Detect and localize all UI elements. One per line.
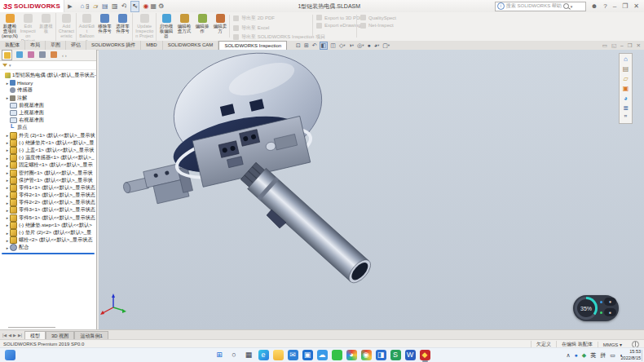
app-blue-icon[interactable]: ◨ <box>376 350 386 360</box>
tree-item[interactable]: 上视基准面 <box>0 109 96 117</box>
tree-item[interactable]: ▸ 螺栓<2> (默认<<默认>_显示状态 <box>0 236 96 244</box>
tree-item[interactable]: 原点 <box>0 124 96 131</box>
document-window-button[interactable]: ▭ <box>602 41 607 50</box>
tree-item[interactable]: ▸ 密封圈<1> (默认<<默认>_显示状 <box>0 169 96 176</box>
design-library-icon[interactable]: ▤ <box>623 65 629 73</box>
mail-icon[interactable]: ✉ <box>288 350 298 360</box>
file-properties-icon[interactable]: ▦ <box>151 2 155 11</box>
tree-item[interactable]: 前视基准面 <box>0 102 96 109</box>
command-tab[interactable]: SOLIDWORKS CAM <box>163 41 219 50</box>
tree-item[interactable]: ▸ (-) 垫片 (2)<2> (默认<<默认>_显 <box>0 229 96 236</box>
file-explorer-icon[interactable] <box>273 350 284 360</box>
wechat-icon[interactable] <box>332 350 342 360</box>
view-palette-icon[interactable]: ▣ <box>623 85 629 92</box>
ribbon-button[interactable]: 选择零件序号 <box>114 13 133 43</box>
restore-button[interactable]: ❐ <box>622 2 628 10</box>
clock[interactable]: 15:53 2022/8/15 <box>621 349 641 361</box>
edge-icon[interactable]: e <box>258 350 269 360</box>
export-menu-item[interactable]: Net-Inspect <box>360 23 396 29</box>
open-icon[interactable]: ▱▾ <box>93 2 98 11</box>
command-tab[interactable]: 装配体 <box>0 41 25 50</box>
start-button[interactable]: ⊞ <box>214 350 225 360</box>
ribbon-button[interactable]: 移除零件序号 <box>96 13 112 43</box>
ime-pinyin-indicator[interactable]: 拼 <box>600 350 606 360</box>
forum-icon[interactable]: ❞ <box>624 114 627 121</box>
login-user-icon[interactable]: ☻ <box>591 2 598 10</box>
view-settings-icon[interactable]: ▢▾ <box>382 42 390 49</box>
configurationmanager-tab[interactable] <box>26 50 35 59</box>
propertymanager-tab[interactable] <box>15 50 24 59</box>
tree-filter[interactable]: ▾ <box>0 61 96 70</box>
browser-colorful-icon[interactable]: ◕ <box>346 350 357 360</box>
document-window-button[interactable]: ✕ <box>637 41 641 50</box>
document-window-button[interactable]: – <box>620 41 624 50</box>
tab-overflow-chevrons[interactable]: ‹ › <box>62 53 67 58</box>
ime-mode-indicator[interactable]: 英 <box>590 350 596 360</box>
close-button[interactable]: ✕ <box>633 2 639 10</box>
tree-item[interactable]: ▸ 零件2<2> (默认<<默认>_显示状态 <box>0 199 96 206</box>
search-icon[interactable] <box>563 3 569 9</box>
home-icon[interactable]: ⌂ <box>81 2 82 11</box>
ribbon-button[interactable]: 新建检查项目(amp;N) <box>2 13 18 43</box>
tray-expand-icon[interactable]: ∧ <box>566 350 570 360</box>
tree-item[interactable]: ▸ 零件2<1> (默认<<默认>_显示状态 <box>0 192 96 199</box>
home-tab-icon[interactable]: ⌂ <box>624 55 628 63</box>
ribbon-button[interactable]: 编辑检查方式 <box>176 13 192 43</box>
zoom-to-fit-icon[interactable]: ⊡ <box>295 42 302 49</box>
tree-item[interactable]: ▸ History <box>0 79 96 86</box>
featuremanager-tab[interactable] <box>2 50 12 60</box>
search-button[interactable]: ○ <box>229 350 240 360</box>
options-icon[interactable]: ⚙▾ <box>158 2 164 11</box>
ribbon-button[interactable]: 启动模板编辑器 <box>158 13 174 43</box>
command-tab[interactable]: SOLIDWORKS 插件 <box>86 41 141 50</box>
dynamic-annotation-views-icon[interactable]: ◫ <box>329 42 337 49</box>
tree-item[interactable]: ▸ 固定螺栓<1> (默认<<默认>_显示 <box>0 161 96 169</box>
command-tab[interactable]: SOLIDWORKS Inspection <box>218 41 287 50</box>
ribbon-button[interactable]: 新建模板 <box>37 13 56 43</box>
screen-recorder-overlay[interactable]: 35% ⏺ ⏹ <box>573 295 619 321</box>
tree-item[interactable]: ▸ 零件3<1> (默认<<默认>_显示状态 <box>0 206 96 214</box>
export-menu-item[interactable]: QualitySpect <box>360 15 396 20</box>
new-document-icon[interactable]: ▯▾ <box>86 2 89 11</box>
tree-item[interactable]: ▸ 外壳 (2)<1> (默认<<默认>_显示状 <box>0 132 96 139</box>
command-tab[interactable]: 评估 <box>66 41 86 50</box>
solidworks-logo[interactable]: 3S SOLIDWORKS <box>0 0 64 12</box>
graphics-viewport[interactable]: ⌂▤▱▣◕≣❞ 35% ⏺ ⏹ <box>99 50 644 329</box>
ribbon-button[interactable]: 编辑卖方 <box>212 13 228 43</box>
tree-item[interactable]: ▸ (-) 温度传感器<1> (默认<<默认>_ <box>0 154 96 161</box>
assembly-model[interactable] <box>99 50 644 329</box>
word-icon[interactable]: W <box>405 350 416 360</box>
tree-item[interactable]: ▸ (-) 绝缘垫.step<1> (默认<<默认> <box>0 222 96 229</box>
command-tab[interactable]: 草图 <box>46 41 66 50</box>
wps-sheet-icon[interactable]: S <box>390 350 401 360</box>
ribbon-button[interactable]: 编辑操作 <box>194 13 210 43</box>
units-selector[interactable]: MMGS ▾ <box>598 342 627 347</box>
display-tray-icon[interactable]: ▭ <box>610 350 615 360</box>
chrome-icon[interactable]: ◉ <box>361 350 372 360</box>
tree-item[interactable]: ▸ (-) 绝缘垫片<1> (默认<<默认>_显 <box>0 139 96 147</box>
view-orientation-icon[interactable]: ◇▾ <box>338 42 346 49</box>
tree-item[interactable]: ▸ 零件5<1> (默认<<默认>_显示状态 <box>0 214 96 222</box>
previous-view-icon[interactable]: ↶ <box>311 42 318 49</box>
ribbon-button[interactable]: Add/Edit Balloons <box>78 13 95 43</box>
command-tab[interactable]: 布局 <box>25 41 46 50</box>
appearances-scenes-icon[interactable]: ◕ <box>624 95 628 102</box>
tree-item[interactable]: ▸ (-) 上盖<1> (默认<<默认>_显示状 <box>0 147 96 154</box>
tree-selection-line[interactable] <box>2 253 95 254</box>
rebuild-icon[interactable]: ◉ <box>143 2 147 11</box>
bracket-part[interactable] <box>121 162 193 210</box>
custom-properties-icon[interactable]: ≣ <box>623 104 629 112</box>
recorder-stop-button[interactable]: ⏹ <box>604 308 616 316</box>
displaymanager-tab[interactable] <box>49 50 58 59</box>
edit-appearance-icon[interactable]: ● <box>366 42 371 48</box>
security-shield-icon[interactable]: ◆ <box>582 350 586 360</box>
cloud-drive-icon[interactable]: ☁ <box>317 350 328 360</box>
help-button[interactable]: ? <box>603 2 607 10</box>
minimize-button[interactable]: – <box>613 2 616 10</box>
menu-flyout-icon[interactable]: ▶ <box>68 3 72 10</box>
command-tab[interactable]: MBD <box>141 41 162 50</box>
ribbon-button[interactable]: Update Inspection Project <box>135 13 157 43</box>
ribbon-button[interactable]: Edit Inspection Project <box>20 13 36 43</box>
recorder-record-button[interactable]: ⏺ <box>604 298 616 306</box>
select-icon[interactable]: ↖▾ <box>130 1 139 12</box>
